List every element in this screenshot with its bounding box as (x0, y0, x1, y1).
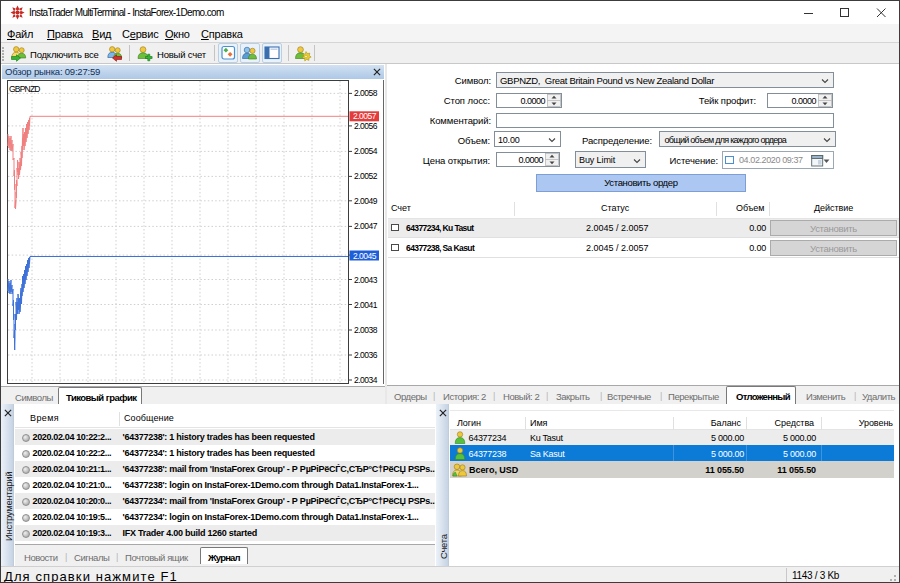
svg-text:2.0034: 2.0034 (354, 375, 378, 385)
svg-text:2.0045: 2.0045 (353, 251, 377, 261)
svg-text:2.0052: 2.0052 (354, 171, 378, 181)
svg-text:2.0054: 2.0054 (354, 146, 378, 156)
svg-text:2.0047: 2.0047 (354, 221, 378, 231)
svg-text:2.0036: 2.0036 (354, 350, 378, 360)
svg-text:2.0038: 2.0038 (354, 325, 378, 335)
svg-text:2.0043: 2.0043 (354, 275, 378, 285)
svg-text:2.0041: 2.0041 (354, 300, 378, 310)
svg-text:2.0057: 2.0057 (353, 111, 377, 121)
svg-text:2.0058: 2.0058 (354, 88, 378, 98)
svg-text:2.0056: 2.0056 (354, 121, 378, 131)
svg-text:2.0049: 2.0049 (354, 196, 378, 206)
